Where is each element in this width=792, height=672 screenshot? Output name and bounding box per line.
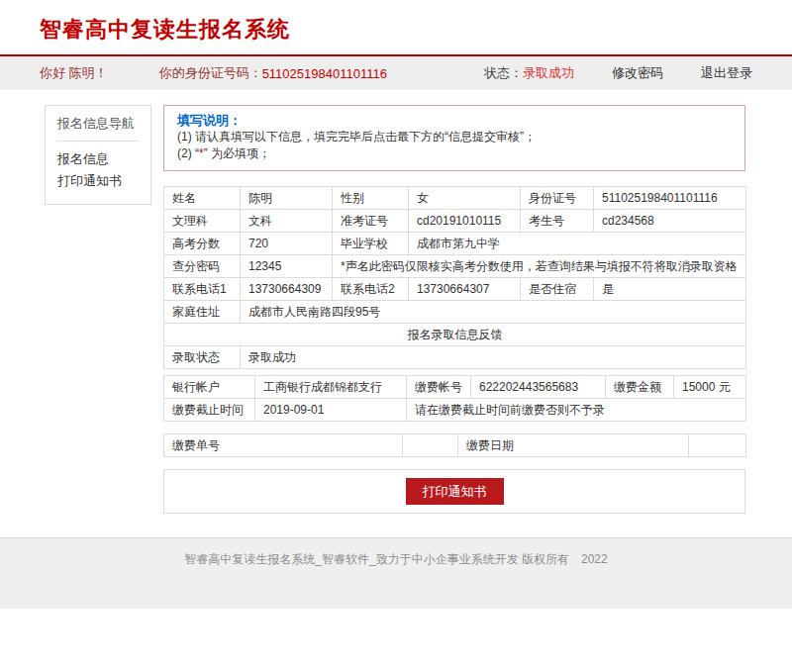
- name-label: 姓名: [164, 187, 241, 210]
- id-number-value: 511025198401101116: [262, 66, 387, 81]
- payment-deadline-label: 缴费截止时间: [164, 399, 255, 422]
- user-bar: 你好 陈明！ 你的身份证号码： 511025198401101116 状态： 录…: [0, 56, 792, 90]
- boarding-label: 是否住宿: [521, 278, 594, 301]
- payment-order-no-label: 缴费单号: [164, 434, 403, 457]
- registration-info-table: 姓名 陈明 性别 女 身份证号 511025198401101116 文理科 文…: [163, 186, 746, 369]
- candidate-no-label: 考生号: [521, 210, 594, 233]
- phone1-label: 联系电话1: [164, 278, 241, 301]
- graduate-school-label: 毕业学校: [333, 233, 409, 255]
- payment-deadline-value: 2019-09-01: [255, 399, 407, 422]
- candidate-no-value: cd234568: [594, 210, 746, 233]
- status-badge: 录取成功: [523, 64, 574, 82]
- admission-feedback-header: 报名录取信息反馈: [164, 324, 746, 346]
- gender-label: 性别: [333, 187, 409, 210]
- phone2-value: 13730664307: [409, 278, 521, 301]
- table-row: 缴费单号 缴费日期: [164, 434, 746, 457]
- gaokao-score-label: 高考分数: [164, 233, 241, 255]
- instructions-box: 填写说明： (1) 请认真填写以下信息，填完完毕后点击最下方的“信息提交审核”；…: [163, 105, 745, 171]
- sidebar-nav: 报名信息导航 报名信息 打印通知书: [45, 105, 151, 205]
- main-column: 填写说明： (1) 请认真填写以下信息，填完完毕后点击最下方的“信息提交审核”；…: [163, 105, 745, 514]
- payment-amount-value: 15000 元: [674, 376, 746, 399]
- print-button-box: 打印通知书: [163, 469, 745, 514]
- content-area: 报名信息导航 报名信息 打印通知书 填写说明： (1) 请认真填写以下信息，填完…: [0, 90, 792, 514]
- phone1-value: 13730664309: [241, 278, 333, 301]
- home-address-label: 家庭住址: [164, 301, 241, 324]
- payment-info-table: 银行帐户 工商银行成都锦都支行 缴费帐号 622202443565683 缴费金…: [163, 375, 746, 422]
- payment-deadline-note: 请在缴费截止时间前缴费否则不予录: [407, 399, 746, 422]
- exam-ticket-value: cd20191010115: [409, 210, 521, 233]
- table-row: 录取状态 录取成功: [164, 346, 746, 369]
- table-row: 联系电话1 13730664309 联系电话2 13730664307 是否住宿…: [164, 278, 746, 301]
- page-header: 智睿高中复读生报名系统: [0, 0, 792, 54]
- table-row: 银行帐户 工商银行成都锦都支行 缴费帐号 622202443565683 缴费金…: [164, 376, 746, 399]
- graduate-school-value: 成都市第九中学: [409, 233, 746, 255]
- sidebar-divider: [57, 141, 139, 142]
- page-title: 智睿高中复读生报名系统: [40, 16, 752, 44]
- sidebar-item-registration-info[interactable]: 报名信息: [57, 148, 139, 170]
- admission-status-label: 录取状态: [164, 346, 241, 369]
- copyright-text: 智睿高中复读生报名系统_智睿软件_致力于中小企事业系统开发 版权所有 2022: [0, 551, 792, 568]
- payment-receipt-table: 缴费单号 缴费日期: [163, 433, 746, 457]
- table-row: 报名录取信息反馈: [164, 324, 746, 346]
- instructions-title: 填写说明：: [177, 113, 732, 129]
- phone2-label: 联系电话2: [333, 278, 409, 301]
- track-label: 文理科: [164, 210, 241, 233]
- page-footer: 智睿高中复读生报名系统_智睿软件_致力于中小企事业系统开发 版权所有 2022: [0, 537, 792, 609]
- table-row: 家庭住址 成都市人民南路四段95号: [164, 301, 746, 324]
- payment-date-label: 缴费日期: [458, 434, 689, 457]
- status-label: 状态：: [484, 64, 523, 82]
- gender-value: 女: [409, 187, 521, 210]
- track-value: 文科: [241, 210, 333, 233]
- sidebar-title: 报名信息导航: [57, 116, 139, 132]
- id-card-label: 身份证号: [521, 187, 594, 210]
- name-value: 陈明: [241, 187, 333, 210]
- greeting-text: 你好 陈明！: [40, 64, 108, 82]
- score-password-value: 12345: [241, 255, 333, 278]
- bank-account-label: 银行帐户: [164, 376, 255, 399]
- home-address-value: 成都市人民南路四段95号: [241, 301, 746, 324]
- sidebar-item-print-notice[interactable]: 打印通知书: [57, 170, 139, 192]
- bank-account-value: 工商银行成都锦都支行: [255, 376, 407, 399]
- payment-amount-label: 缴费金额: [606, 376, 674, 399]
- table-row: 缴费截止时间 2019-09-01 请在缴费截止时间前缴费否则不予录: [164, 399, 746, 422]
- admission-status-value: 录取成功: [241, 346, 746, 369]
- id-card-value: 511025198401101116: [594, 187, 746, 210]
- table-row: 高考分数 720 毕业学校 成都市第九中学: [164, 233, 746, 255]
- table-row: 姓名 陈明 性别 女 身份证号 511025198401101116: [164, 187, 746, 210]
- exam-ticket-label: 准考证号: [333, 210, 409, 233]
- instruction-line-2: (2) “*” 为必填项；: [177, 145, 732, 162]
- boarding-value: 是: [594, 278, 746, 301]
- id-number-label: 你的身份证号码：: [159, 64, 262, 82]
- score-password-label: 查分密码: [164, 255, 241, 278]
- table-row: 查分密码 12345 *声名此密码仅限核实高考分数使用，若查询结果与填报不符将取…: [164, 255, 746, 278]
- logout-link[interactable]: 退出登录: [701, 64, 752, 82]
- payment-account-label: 缴费帐号: [407, 376, 471, 399]
- table-row: 文理科 文科 准考证号 cd20191010115 考生号 cd234568: [164, 210, 746, 233]
- change-password-link[interactable]: 修改密码: [612, 64, 663, 82]
- payment-account-value: 622202443565683: [471, 376, 606, 399]
- print-notice-button[interactable]: 打印通知书: [406, 478, 504, 505]
- payment-date-value: [689, 434, 746, 457]
- instruction-line-1: (1) 请认真填写以下信息，填完完毕后点击最下方的“信息提交审核”；: [177, 129, 732, 145]
- payment-order-no-value: [403, 434, 458, 457]
- score-password-note: *声名此密码仅限核实高考分数使用，若查询结果与填报不符将取消录取资格: [333, 255, 746, 278]
- gaokao-score-value: 720: [241, 233, 333, 255]
